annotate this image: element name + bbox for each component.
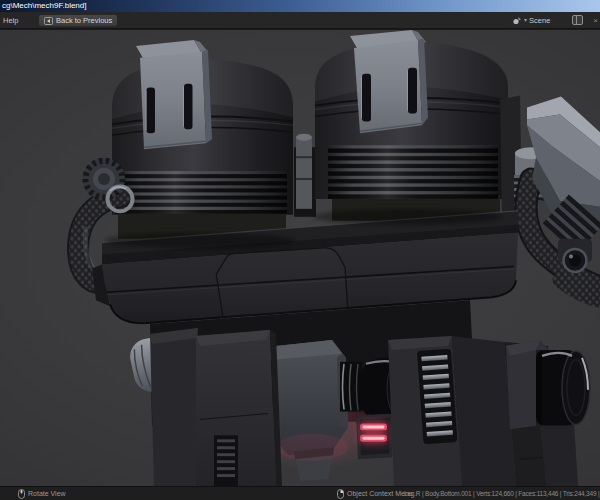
canister-left-clip <box>136 40 212 149</box>
mouse-right-button-icon <box>337 489 344 499</box>
info-header: Help Back to Previous ▾ Scene × <box>0 12 600 29</box>
screen-layout-icon[interactable] <box>572 15 583 25</box>
canister-right-threads <box>328 145 498 199</box>
close-icon[interactable]: × <box>593 16 598 25</box>
window-titlebar[interactable]: cg\Mech\mech9F.blend] <box>0 0 600 12</box>
rotate-view-hint: Rotate View <box>28 488 66 500</box>
scene-selector[interactable]: ▾ Scene <box>512 16 550 25</box>
object-context-menu-hint: Object Context Menu <box>347 488 413 500</box>
menu-help[interactable]: Help <box>0 16 21 25</box>
blender-window: cg\Mech\mech9F.blend] Help Back to Previ… <box>0 0 600 500</box>
window-title: cg\Mech\mech9F.blend] <box>2 1 87 10</box>
header-right-cluster: ▾ Scene × <box>512 12 598 28</box>
viewport-3d[interactable] <box>0 29 600 486</box>
mech-render <box>0 30 600 486</box>
back-icon <box>44 17 53 25</box>
canister-right-clip <box>350 30 428 133</box>
left-leg <box>196 330 282 486</box>
status-bar: Rotate View Object Context Menu Leg.R | … <box>0 486 600 500</box>
center-piston <box>294 134 316 217</box>
mouse-middle-button-icon <box>18 489 25 499</box>
scene-stats: Leg.R | Body.Bottom.001 | Verts:124,660 … <box>404 487 600 500</box>
back-to-previous-label: Back to Previous <box>56 16 112 25</box>
canister-left <box>112 40 293 239</box>
object-context-menu-hint-group: Object Context Menu <box>337 487 413 500</box>
chevron-down-icon: ▾ <box>524 17 527 23</box>
scene-label: Scene <box>529 16 550 25</box>
scene-icon <box>512 16 522 25</box>
canister-right <box>315 30 508 221</box>
back-to-previous-button[interactable]: Back to Previous <box>38 14 118 27</box>
rotate-view-hint-group: Rotate View <box>18 487 66 500</box>
heatsink-fins <box>417 349 457 445</box>
canister-left-threads <box>115 171 287 214</box>
